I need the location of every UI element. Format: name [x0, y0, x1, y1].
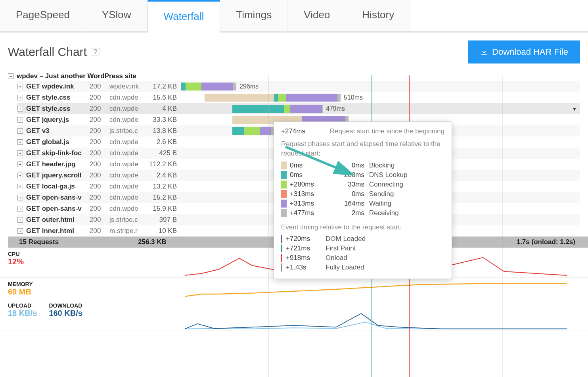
request-row[interactable]: + GET wpdev.ink 200 wpdev.ink 17.2 KB 29… — [17, 81, 580, 92]
expand-icon[interactable]: + — [17, 195, 23, 200]
event-name: First Paint — [326, 244, 356, 252]
expand-icon[interactable]: + — [17, 173, 23, 178]
metric-network: UPLOAD 18 KB/s DOWNLOAD 160 KB/s — [0, 299, 588, 331]
request-name: GET global.js — [26, 138, 90, 146]
request-row[interactable]: + GET style.css 200 cdn.wpde 4 KB 479ms▼ — [17, 103, 580, 114]
summary-size: 256.3 KB — [138, 238, 197, 246]
phase-start: 0ms — [290, 171, 329, 179]
tab-waterfall[interactable]: Waterfall — [147, 0, 220, 33]
status-code: 200 — [90, 160, 109, 168]
request-name: GET local-ga.js — [26, 183, 90, 190]
host: cdn.wpde — [109, 194, 149, 202]
tab-pagespeed[interactable]: PageSpeed — [0, 0, 86, 31]
status-code: 200 — [90, 216, 109, 224]
request-name: GET v3 — [26, 127, 90, 135]
event-time: +720ms — [286, 235, 326, 243]
expand-caret-icon[interactable]: ▼ — [572, 106, 577, 112]
page-title: Waterfall Chart ? — [8, 45, 100, 59]
tooltip-start-label: Request start time since the beginning — [330, 127, 444, 135]
event-line-icon — [281, 264, 282, 271]
help-icon[interactable]: ? — [91, 48, 100, 56]
tooltip-event-row: +721ms First Paint — [281, 244, 444, 252]
size: 13.2 KB — [149, 183, 181, 190]
request-name: GET style.css — [26, 94, 90, 102]
size: 17.2 KB — [149, 83, 181, 90]
expand-icon[interactable]: + — [17, 139, 23, 145]
download-har-label: Download HAR File — [492, 47, 568, 57]
event-name: Fully Loaded — [326, 264, 364, 271]
phase-name: Waiting — [369, 200, 391, 208]
expand-icon[interactable]: + — [17, 117, 23, 123]
duration-label: 479ms — [326, 105, 345, 112]
phase-name: Blocking — [369, 162, 395, 169]
expand-icon[interactable]: + — [17, 206, 23, 212]
site-root-row[interactable]: − wpdev – Just another WordPress site — [8, 71, 580, 81]
event-name: DOM Loaded — [326, 235, 366, 243]
tab-video[interactable]: Video — [288, 0, 346, 31]
expand-icon[interactable]: + — [17, 228, 23, 234]
event-time: +918ms — [286, 254, 326, 262]
tooltip-event-row: +918ms Onload — [281, 254, 444, 262]
host: cdn.wpde — [109, 149, 149, 157]
size: 112.2 KB — [149, 160, 181, 168]
tooltip-event-row: +1.43s Fully Loaded — [281, 264, 444, 271]
expand-icon[interactable]: + — [17, 184, 23, 189]
timeline-cell: 479ms▼ — [181, 103, 580, 114]
event-time: +721ms — [286, 244, 326, 252]
collapse-icon[interactable]: − — [8, 73, 13, 79]
request-name: GET outer.html — [26, 216, 90, 224]
site-title: wpdev – Just another WordPress site — [17, 72, 136, 80]
summary-count: 15 Requests — [19, 238, 138, 246]
tooltip-phase-row: 0ms 280ms DNS Lookup — [281, 171, 444, 179]
tabs: PageSpeed YSlow Waterfall Timings Video … — [0, 0, 588, 33]
tooltip-start-offset: +274ms — [281, 127, 305, 135]
size: 33.3 KB — [149, 116, 181, 124]
expand-icon[interactable]: + — [17, 128, 23, 134]
download-icon — [480, 48, 488, 56]
event-time: +1.43s — [286, 264, 326, 271]
expand-icon[interactable]: + — [17, 106, 23, 112]
event-line-icon — [281, 235, 282, 243]
page-title-text: Waterfall Chart — [8, 45, 87, 59]
request-row[interactable]: + GET style.css 200 cdn.wpde 15.6 KB 510… — [17, 92, 580, 103]
host: cdn.wpde — [109, 160, 149, 168]
phase-duration: 0ms — [329, 190, 369, 198]
size: 15.2 KB — [149, 194, 181, 202]
tab-history[interactable]: History — [346, 0, 410, 31]
expand-icon[interactable]: + — [17, 217, 23, 223]
phase-swatch-icon — [281, 200, 287, 208]
tab-timings[interactable]: Timings — [220, 0, 288, 31]
tooltip-events-intro: Event timing relative to the request sta… — [281, 223, 444, 232]
size: 10 KB — [149, 227, 181, 235]
network-sparkline — [0, 307, 588, 331]
expand-icon[interactable]: + — [17, 162, 23, 167]
expand-icon[interactable]: + — [17, 84, 23, 89]
tab-yslow[interactable]: YSlow — [86, 0, 147, 31]
phase-start: +313ms — [290, 200, 329, 208]
phase-start: +280ms — [290, 181, 329, 188]
status-code: 200 — [90, 127, 109, 135]
request-name: GET jquery.scroll — [26, 171, 90, 179]
phase-duration: 33ms — [329, 181, 369, 188]
download-har-button[interactable]: Download HAR File — [468, 40, 580, 63]
timeline-cell: 296ms — [181, 81, 580, 92]
duration-label: 296ms — [239, 83, 259, 90]
status-code: 200 — [90, 105, 109, 113]
host: cdn.wpde — [109, 116, 149, 124]
host: cdn.wpde — [109, 105, 149, 113]
phase-swatch-icon — [281, 181, 287, 188]
request-name: GET open-sans-v — [26, 205, 90, 213]
status-code: 200 — [90, 149, 109, 157]
phase-name: Connecting — [369, 181, 403, 188]
status-code: 200 — [90, 138, 109, 146]
host: m.stripe.r — [109, 227, 149, 235]
phase-swatch-icon — [281, 171, 287, 179]
host: cdn.wpde — [109, 205, 149, 213]
phase-start: 0ms — [290, 162, 329, 169]
expand-icon[interactable]: + — [17, 95, 23, 100]
duration-label: 510ms — [344, 94, 363, 101]
tooltip-phase-row: 0ms 0ms Blocking — [281, 162, 444, 169]
expand-icon[interactable]: + — [17, 150, 23, 156]
tooltip-phase-row: +313ms 0ms Sending — [281, 190, 444, 198]
event-line-icon — [281, 254, 282, 262]
